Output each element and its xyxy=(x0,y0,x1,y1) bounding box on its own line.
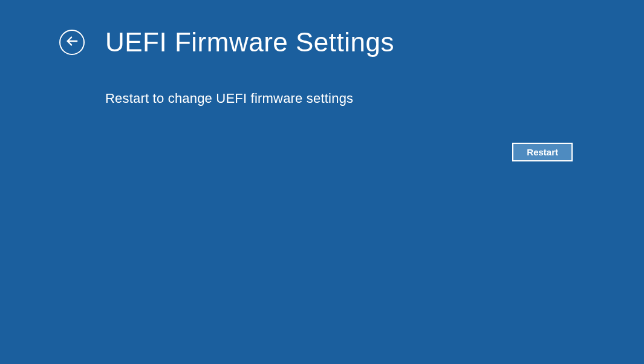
page-header: UEFI Firmware Settings xyxy=(0,0,644,56)
button-row: Restart xyxy=(105,143,573,161)
restart-button[interactable]: Restart xyxy=(512,143,573,161)
back-button[interactable] xyxy=(59,30,85,55)
description-text: Restart to change UEFI firmware settings xyxy=(0,56,644,106)
back-arrow-icon xyxy=(65,34,79,50)
page-title: UEFI Firmware Settings xyxy=(105,29,394,56)
